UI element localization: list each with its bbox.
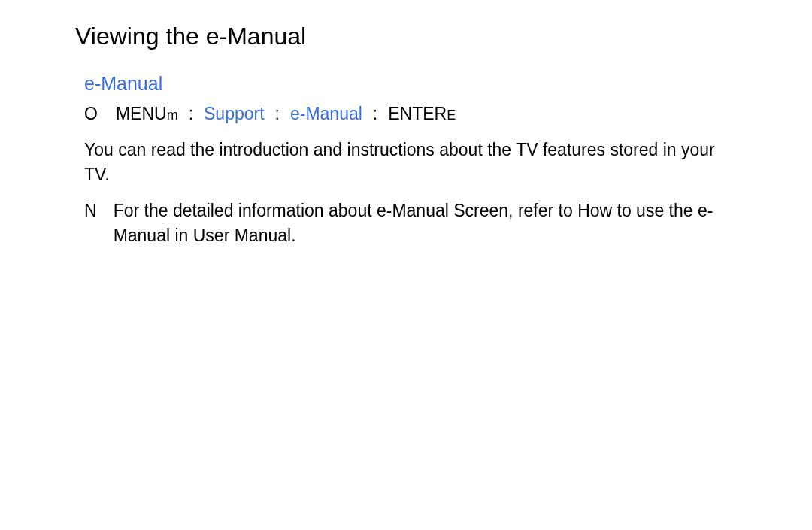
nav-enter-label: ENTERE [388, 104, 456, 124]
nav-marker-icon: O [84, 104, 98, 124]
nav-enter-suffix: E [447, 108, 456, 123]
nav-menu-label: MENUm [116, 104, 178, 124]
nav-separator: : [189, 104, 193, 124]
section-title: e-Manual [84, 73, 737, 95]
nav-separator: : [275, 104, 280, 124]
nav-path: O MENUm : Support : e-Manual : ENTERE [84, 104, 737, 124]
note-text: For the detailed information about e-Man… [114, 198, 737, 249]
note-row: N For the detailed information about e-M… [84, 198, 737, 249]
manual-page: Viewing the e-Manual e-Manual O MENUm : … [0, 0, 812, 248]
nav-enter-text: ENTER [388, 104, 447, 123]
page-title: Viewing the e-Manual [75, 23, 737, 50]
nav-support-label: Support [204, 104, 265, 124]
nav-menu-text: MENU [116, 104, 167, 123]
body-paragraph: You can read the introduction and instru… [84, 138, 737, 188]
nav-separator: : [373, 104, 377, 124]
nav-menu-suffix: m [167, 108, 178, 123]
nav-emanual-label: e-Manual [290, 104, 362, 124]
note-marker-icon: N [84, 198, 97, 249]
